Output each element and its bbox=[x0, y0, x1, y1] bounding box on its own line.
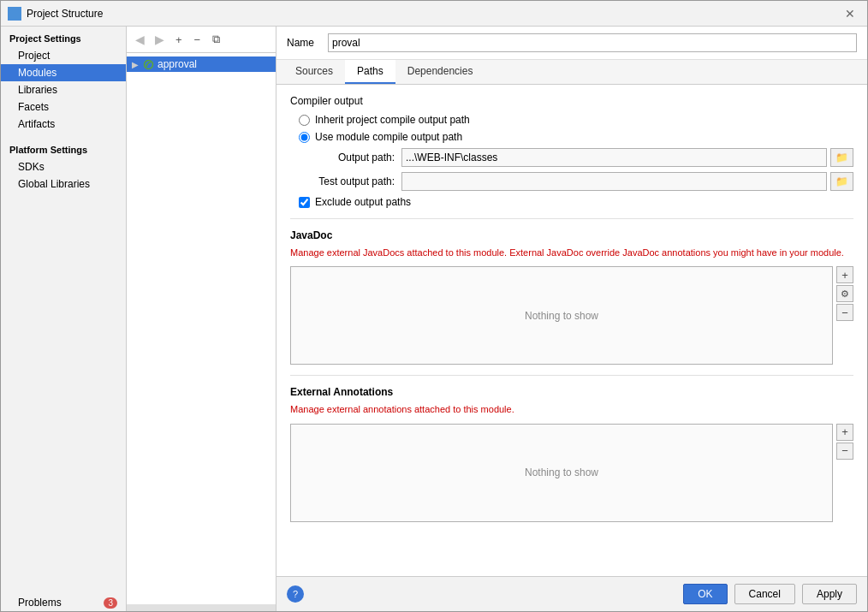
copy-module-button[interactable]: ⧉ bbox=[208, 30, 224, 49]
main-content: Project Settings Project Modules Librari… bbox=[1, 27, 867, 611]
project-settings-header: Project Settings bbox=[1, 27, 126, 47]
javadoc-remove-button[interactable]: − bbox=[836, 304, 853, 321]
module-panel: ◀ ▶ + − ⧉ ▶ approval bbox=[127, 27, 276, 611]
javadoc-add-button[interactable]: + bbox=[836, 266, 853, 283]
output-path-folder-button[interactable]: 📁 bbox=[830, 148, 853, 167]
sidebar-item-modules[interactable]: Modules bbox=[1, 64, 126, 81]
title-bar-left: Project Structure bbox=[8, 7, 103, 21]
sidebar-item-libraries[interactable]: Libraries bbox=[1, 81, 126, 98]
output-path-input[interactable] bbox=[401, 148, 827, 167]
output-path-row: Output path: 📁 bbox=[290, 148, 853, 167]
sidebar-item-sdks[interactable]: SDKs bbox=[1, 158, 126, 175]
name-label: Name bbox=[287, 37, 321, 49]
tree-item-label: approval bbox=[158, 58, 197, 70]
tab-paths[interactable]: Paths bbox=[345, 60, 395, 84]
sidebar-item-artifacts[interactable]: Artifacts bbox=[1, 116, 126, 133]
tabs-bar: Sources Paths Dependencies bbox=[276, 60, 867, 85]
ok-button[interactable]: OK bbox=[683, 584, 727, 604]
close-button[interactable]: ✕ bbox=[840, 5, 860, 22]
module-radio[interactable] bbox=[299, 132, 310, 143]
external-annotations-desc: Manage external annotations attached to … bbox=[290, 403, 853, 416]
problems-label: Problems bbox=[18, 597, 62, 609]
window-icon bbox=[8, 7, 21, 21]
test-output-input[interactable] bbox=[401, 172, 827, 191]
javadoc-list-box: Nothing to show bbox=[290, 266, 833, 365]
javadoc-list-container: Nothing to show + ⚙ − bbox=[290, 266, 853, 365]
svg-rect-2 bbox=[9, 15, 14, 19]
divider-1 bbox=[290, 218, 853, 219]
ext-annotations-add-button[interactable]: + bbox=[836, 424, 853, 441]
exclude-checkbox[interactable] bbox=[299, 197, 310, 208]
test-output-label: Test output path: bbox=[299, 175, 401, 187]
forward-button[interactable]: ▶ bbox=[152, 31, 168, 48]
module-scrollbar[interactable] bbox=[127, 604, 276, 611]
project-structure-window: Project Structure ✕ Project Settings Pro… bbox=[0, 0, 868, 612]
svg-rect-0 bbox=[9, 9, 14, 13]
back-button[interactable]: ◀ bbox=[132, 31, 148, 48]
svg-point-4 bbox=[144, 60, 152, 68]
cancel-button[interactable]: Cancel bbox=[734, 584, 795, 604]
module-toolbar: ◀ ▶ + − ⧉ bbox=[127, 27, 276, 53]
exclude-label: Exclude output paths bbox=[315, 196, 411, 208]
svg-rect-1 bbox=[15, 9, 20, 13]
module-radio-label: Use module compile output path bbox=[315, 131, 462, 143]
module-tree: ▶ approval bbox=[127, 53, 276, 604]
javadoc-actions: + ⚙ − bbox=[836, 266, 853, 365]
title-bar: Project Structure ✕ bbox=[1, 1, 867, 27]
remove-module-button[interactable]: − bbox=[190, 31, 205, 49]
inherit-radio-row: Inherit project compile output path bbox=[290, 114, 853, 126]
exclude-checkbox-row: Exclude output paths bbox=[290, 196, 853, 208]
module-radio-row: Use module compile output path bbox=[290, 131, 853, 143]
external-annotations-actions: + − bbox=[836, 424, 853, 522]
javadoc-empty-label: Nothing to show bbox=[525, 310, 598, 322]
bottom-bar: ? OK Cancel Apply bbox=[276, 576, 867, 611]
tree-expand-arrow: ▶ bbox=[132, 60, 139, 69]
tab-sources[interactable]: Sources bbox=[283, 60, 345, 84]
sidebar-item-project[interactable]: Project bbox=[1, 47, 126, 64]
sidebar: Project Settings Project Modules Librari… bbox=[1, 27, 127, 611]
sidebar-item-global-libraries[interactable]: Global Libraries bbox=[1, 175, 126, 193]
apply-button[interactable]: Apply bbox=[802, 584, 857, 604]
external-annotations-list-container: Nothing to show + − bbox=[290, 424, 853, 522]
name-row: Name bbox=[276, 27, 867, 60]
test-output-path-row: Test output path: 📁 bbox=[290, 172, 853, 191]
external-annotations-header: External Annotations bbox=[290, 386, 853, 398]
external-annotations-empty-label: Nothing to show bbox=[525, 466, 598, 478]
javadoc-desc: Manage external JavaDocs attached to thi… bbox=[290, 247, 853, 259]
add-module-button[interactable]: + bbox=[171, 31, 187, 49]
sidebar-item-facets[interactable]: Facets bbox=[1, 98, 126, 116]
help-button[interactable]: ? bbox=[287, 585, 304, 603]
test-output-folder-button[interactable]: 📁 bbox=[830, 172, 853, 191]
javadoc-settings-button[interactable]: ⚙ bbox=[836, 285, 853, 302]
problems-badge: 3 bbox=[104, 597, 117, 609]
divider-2 bbox=[290, 375, 853, 376]
tree-item-approval[interactable]: ▶ approval bbox=[127, 56, 276, 72]
inherit-radio[interactable] bbox=[299, 115, 310, 126]
ext-annotations-remove-button[interactable]: − bbox=[836, 443, 853, 460]
tab-dependencies[interactable]: Dependencies bbox=[395, 60, 485, 84]
right-panel: Name Sources Paths Dependencies Compiler… bbox=[276, 27, 867, 611]
svg-rect-3 bbox=[15, 15, 20, 19]
name-input[interactable] bbox=[328, 33, 857, 52]
spring-icon bbox=[142, 58, 154, 70]
output-path-label: Output path: bbox=[299, 152, 401, 163]
compiler-output-section-title: Compiler output bbox=[290, 95, 853, 107]
external-annotations-list-box: Nothing to show bbox=[290, 424, 833, 522]
paths-tab-content: Compiler output Inherit project compile … bbox=[276, 85, 867, 576]
javadoc-section-header: JavaDoc bbox=[290, 229, 853, 241]
sidebar-item-problems[interactable]: Problems 3 bbox=[1, 594, 126, 611]
inherit-radio-label: Inherit project compile output path bbox=[315, 114, 470, 126]
window-title: Project Structure bbox=[27, 8, 103, 20]
nav-buttons: ◀ ▶ bbox=[132, 31, 168, 48]
platform-settings-header: Platform Settings bbox=[1, 136, 126, 158]
